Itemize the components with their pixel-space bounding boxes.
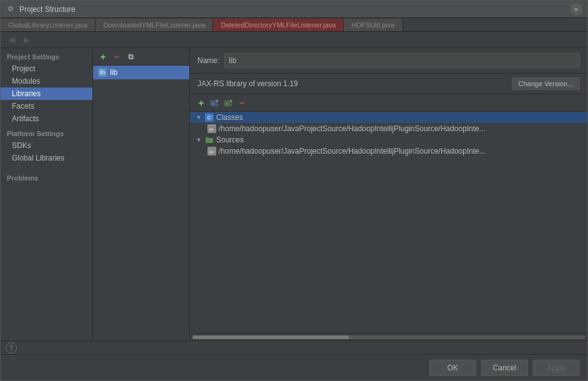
sources-arrow: ▼	[195, 136, 202, 144]
title-bar: ⚙ Project Structure ×	[1, 1, 587, 18]
sources-path: /home/hadoopuser/JavaProjectSource/Hadoo…	[219, 147, 486, 156]
classes-path: /home/hadoopuser/JavaProjectSource/Hadoo…	[219, 124, 486, 133]
jar-icon: jar	[207, 124, 216, 133]
add-classes-button[interactable]: c +	[209, 97, 221, 109]
sidebar-item-modules[interactable]: Modules	[1, 75, 92, 87]
copy-library-button[interactable]: ⧉	[124, 51, 137, 63]
ok-button[interactable]: OK	[429, 360, 476, 376]
sources-node[interactable]: ▼ Sources	[190, 134, 587, 146]
library-list: lib lib	[93, 66, 189, 340]
dialog-title: Project Structure	[19, 5, 570, 14]
svg-text:+: +	[229, 98, 232, 104]
sidebar-item-project[interactable]: Project	[1, 62, 92, 75]
version-row: JAX-RS library of version 1.19 Change Ve…	[190, 74, 587, 94]
back-button[interactable]: ◀	[6, 34, 18, 46]
tab-3[interactable]: HDFSUtil.java	[344, 19, 402, 31]
remove-library-button[interactable]: −	[111, 51, 123, 63]
sidebar-item-sdks[interactable]: SDKs	[1, 139, 92, 152]
status-bar: ?	[1, 340, 587, 354]
add-sources-button[interactable]: s +	[222, 97, 235, 109]
svg-text:+: +	[216, 98, 219, 104]
library-toolbar: + − ⧉	[93, 48, 189, 66]
close-button[interactable]: ×	[570, 3, 582, 16]
svg-text:s: s	[226, 101, 228, 106]
classes-node[interactable]: ▼ C Classes	[190, 112, 587, 123]
scroll-thumb	[192, 335, 349, 339]
problems-label: Problems	[1, 164, 92, 184]
name-label: Name:	[197, 56, 219, 65]
library-name: lib	[110, 68, 117, 77]
help-button[interactable]: ?	[6, 342, 17, 354]
sidebar-item-artifacts[interactable]: Artifacts	[1, 112, 92, 125]
tab-2[interactable]: DeletedDirectoryYMLFileListener.java	[213, 19, 344, 31]
change-version-button[interactable]: Change Version...	[512, 77, 580, 90]
sidebar-item-facets[interactable]: Facets	[1, 100, 92, 112]
tree-toolbar: + c + s + −	[190, 94, 587, 112]
bottom-bar: OK Cancel Apply	[1, 354, 587, 380]
tab-bar: GlobalLibraryListener.java DownloadedYML…	[1, 18, 587, 32]
add-library-button[interactable]: +	[97, 51, 109, 63]
classes-label: Classes	[216, 113, 243, 122]
sources-path-item[interactable]: jar /home/hadoopuser/JavaProjectSource/H…	[190, 146, 587, 157]
classes-arrow: ▼	[195, 114, 202, 121]
svg-text:C: C	[207, 116, 211, 120]
library-icon: lib	[98, 68, 107, 77]
sidebar: Project Settings Project Modules Librari…	[1, 48, 93, 340]
classes-icon: C	[205, 113, 214, 122]
classes-path-item[interactable]: jar /home/hadoopuser/JavaProjectSource/H…	[190, 123, 587, 134]
sources-jar-icon: jar	[207, 147, 216, 156]
add-root-button[interactable]: +	[195, 97, 207, 109]
library-list-panel: + − ⧉ lib lib	[93, 48, 190, 340]
tree-content: ▼ C Classes jar /home/hadoopuser/JavaPro…	[190, 112, 587, 333]
version-text: JAX-RS library of version 1.19	[197, 79, 298, 88]
name-input[interactable]	[224, 53, 580, 68]
list-item[interactable]: lib lib	[93, 66, 189, 79]
platform-settings-label: Platform Settings	[1, 125, 92, 139]
detail-panel: Name: JAX-RS library of version 1.19 Cha…	[190, 48, 587, 340]
add-sources-icon: s +	[224, 98, 234, 108]
svg-text:jar: jar	[209, 150, 214, 154]
add-classes-icon: c +	[210, 98, 220, 108]
project-structure-dialog: ⚙ Project Structure × GlobalLibraryListe…	[0, 0, 588, 381]
apply-button[interactable]: Apply	[533, 360, 580, 376]
sidebar-item-libraries[interactable]: Libraries	[1, 87, 92, 100]
sources-label: Sources	[216, 136, 244, 144]
project-settings-label: Project Settings	[1, 48, 92, 62]
sidebar-item-global-libraries[interactable]: Global Libraries	[1, 152, 92, 164]
tab-0[interactable]: GlobalLibraryListener.java	[1, 19, 96, 31]
remove-root-button[interactable]: −	[236, 97, 249, 109]
scroll-track	[192, 335, 585, 339]
svg-text:c: c	[212, 101, 214, 106]
tab-1[interactable]: DownloadedYMLFileListener.java	[96, 19, 213, 31]
sources-folder-icon	[205, 136, 214, 144]
cancel-button[interactable]: Cancel	[481, 360, 528, 376]
svg-text:jar: jar	[209, 127, 214, 131]
dialog-icon: ⚙	[6, 4, 16, 14]
main-content: Project Settings Project Modules Librari…	[1, 48, 587, 340]
horizontal-scrollbar[interactable]	[190, 333, 587, 340]
nav-bar: ◀ ▶	[1, 32, 587, 48]
name-row: Name:	[190, 48, 587, 74]
forward-button[interactable]: ▶	[21, 34, 33, 46]
